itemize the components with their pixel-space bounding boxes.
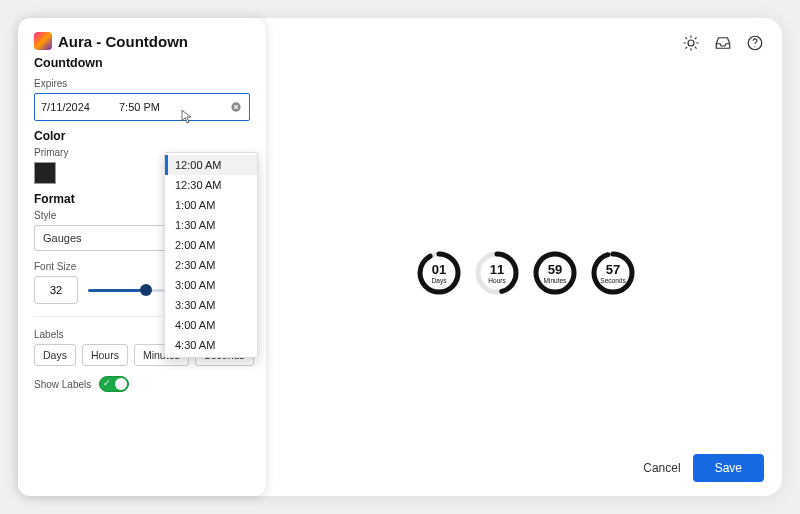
svg-point-1 bbox=[688, 40, 694, 46]
time-option[interactable]: 1:30 AM bbox=[165, 215, 257, 235]
label-days-input[interactable]: Days bbox=[34, 344, 76, 366]
app-title: Aura - Countdown bbox=[58, 33, 188, 50]
gauge-seconds: 57 Seconds bbox=[590, 250, 636, 300]
show-labels-toggle[interactable]: ✓ bbox=[99, 376, 129, 392]
time-dropdown[interactable]: 12:00 AM 12:30 AM 1:00 AM 1:30 AM 2:00 A… bbox=[164, 152, 258, 358]
color-section-label: Color bbox=[34, 129, 250, 143]
font-size-value: 32 bbox=[50, 284, 62, 296]
gauge-minutes-label: Minutes bbox=[532, 277, 578, 284]
top-toolbar bbox=[682, 34, 764, 52]
gauge-seconds-label: Seconds bbox=[590, 277, 636, 284]
slider-thumb[interactable] bbox=[140, 284, 152, 296]
primary-color-swatch[interactable] bbox=[34, 162, 56, 184]
expires-time-value[interactable]: 7:50 PM bbox=[119, 101, 223, 113]
help-icon[interactable] bbox=[746, 34, 764, 52]
gauge-seconds-value: 57 bbox=[590, 262, 636, 277]
theme-icon[interactable] bbox=[682, 34, 700, 52]
gauge-hours: 11 Hours bbox=[474, 250, 520, 300]
save-button[interactable]: Save bbox=[693, 454, 764, 482]
gauge-hours-label: Hours bbox=[474, 277, 520, 284]
time-option[interactable]: 12:00 AM bbox=[165, 155, 257, 175]
expires-datetime-input[interactable]: 7/11/2024 7:50 PM bbox=[34, 93, 250, 121]
show-labels-label: Show Labels bbox=[34, 379, 91, 390]
inbox-icon[interactable] bbox=[714, 34, 732, 52]
time-option[interactable]: 3:00 AM bbox=[165, 275, 257, 295]
time-option[interactable]: 2:00 AM bbox=[165, 235, 257, 255]
time-option[interactable]: 3:30 AM bbox=[165, 295, 257, 315]
app-logo-icon bbox=[34, 32, 52, 50]
time-option[interactable]: 4:00 AM bbox=[165, 315, 257, 335]
time-option[interactable]: 1:00 AM bbox=[165, 195, 257, 215]
gauge-days-label: Days bbox=[416, 277, 462, 284]
clear-datetime-icon[interactable] bbox=[229, 100, 243, 114]
gauge-minutes-value: 59 bbox=[532, 262, 578, 277]
time-option[interactable]: 2:30 AM bbox=[165, 255, 257, 275]
label-hours-input[interactable]: Hours bbox=[82, 344, 128, 366]
app-header: Aura - Countdown bbox=[34, 32, 250, 50]
gauge-days-value: 01 bbox=[416, 262, 462, 277]
style-select-value: Gauges bbox=[43, 232, 82, 244]
gauge-minutes: 59 Minutes bbox=[532, 250, 578, 300]
expires-date-value[interactable]: 7/11/2024 bbox=[41, 101, 113, 113]
app-window: Aura - Countdown Countdown Expires 7/11/… bbox=[18, 18, 782, 496]
toggle-check-icon: ✓ bbox=[103, 378, 111, 388]
footer-actions: Cancel Save bbox=[643, 454, 764, 482]
config-panel: Aura - Countdown Countdown Expires 7/11/… bbox=[18, 18, 266, 496]
preview-area: 01 Days 11 Hours 59 Minutes 57 Seconds C… bbox=[266, 18, 782, 496]
toggle-knob bbox=[115, 378, 127, 390]
font-size-input[interactable]: 32 bbox=[34, 276, 78, 304]
cancel-button[interactable]: Cancel bbox=[643, 461, 680, 475]
expires-label: Expires bbox=[34, 78, 250, 89]
gauge-days: 01 Days bbox=[416, 250, 462, 300]
time-option[interactable]: 4:30 AM bbox=[165, 335, 257, 355]
slider-fill bbox=[88, 289, 146, 292]
time-option[interactable]: 12:30 AM bbox=[165, 175, 257, 195]
gauge-hours-value: 11 bbox=[474, 262, 520, 277]
svg-point-3 bbox=[754, 46, 755, 47]
countdown-gauges: 01 Days 11 Hours 59 Minutes 57 Seconds bbox=[416, 250, 636, 300]
panel-title: Countdown bbox=[34, 56, 250, 70]
